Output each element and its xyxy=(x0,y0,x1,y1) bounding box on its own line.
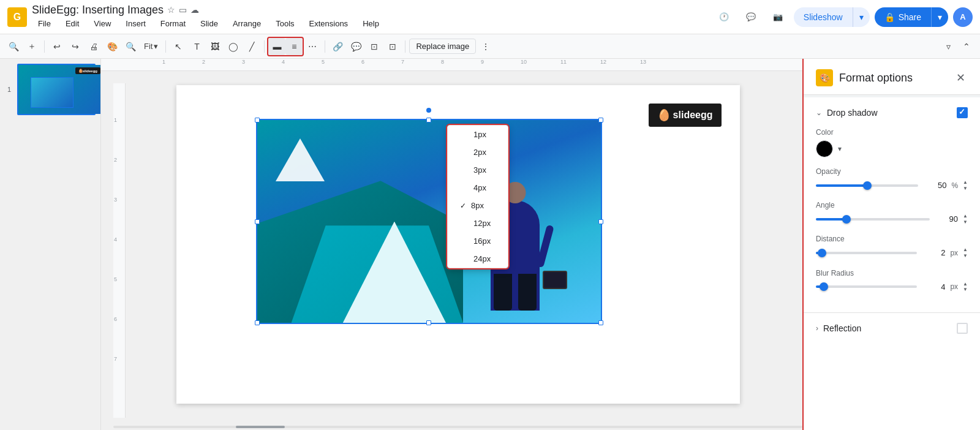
menu-insert[interactable]: Insert xyxy=(119,17,152,31)
step-up-icon[interactable]: ▲ xyxy=(963,179,968,186)
ruler-tick: 7 xyxy=(401,59,404,65)
step-up-icon[interactable]: ▲ xyxy=(963,213,968,219)
handle-br[interactable] xyxy=(598,320,603,325)
handle-bm[interactable] xyxy=(426,320,431,325)
comments-icon[interactable]: 💬 xyxy=(740,6,762,28)
handle-mr[interactable] xyxy=(598,219,603,224)
menu-tools[interactable]: Tools xyxy=(270,17,300,31)
chevron-down-icon[interactable]: ⌄ xyxy=(816,108,822,117)
undo-icon[interactable]: ↩ xyxy=(48,38,66,55)
horizontal-scrollbar[interactable] xyxy=(113,424,802,430)
handle-tm[interactable] xyxy=(426,118,431,123)
step-up-icon[interactable]: ▲ xyxy=(963,247,968,253)
handle-ml[interactable] xyxy=(255,219,260,224)
slide-thumbnail-1[interactable]: 1 🥚slideegg xyxy=(17,64,96,115)
menu-view[interactable]: View xyxy=(88,17,117,31)
distance-stepper[interactable]: ▲ ▼ xyxy=(963,247,968,258)
zoom-out-icon[interactable]: 🔍 xyxy=(122,38,139,55)
px-option-8px[interactable]: ✓ 8px xyxy=(448,197,508,214)
redo-icon[interactable]: ↪ xyxy=(67,38,84,55)
comment-icon[interactable]: 💬 xyxy=(347,38,364,55)
selected-image[interactable] xyxy=(256,119,602,324)
menu-arrange[interactable]: Arrange xyxy=(227,17,267,31)
color-swatch[interactable] xyxy=(816,140,833,157)
crop-icon[interactable]: ⊡ xyxy=(366,38,383,55)
slideshow-button[interactable]: Slideshow xyxy=(794,7,853,27)
border-weight-button[interactable]: ≡ xyxy=(285,38,303,55)
color-dropdown-arrow[interactable]: ▾ xyxy=(838,145,842,153)
step-down-icon[interactable]: ▼ xyxy=(963,287,968,293)
angle-stepper[interactable]: ▲ ▼ xyxy=(963,213,968,225)
shapes-icon[interactable]: ◯ xyxy=(225,38,242,55)
rotate-handle[interactable] xyxy=(426,108,431,113)
slideshow-dropdown-button[interactable]: ▾ xyxy=(853,7,870,27)
px-option-16px[interactable]: 16px xyxy=(448,232,508,250)
step-down-icon[interactable]: ▼ xyxy=(963,253,968,259)
handle-bl[interactable] xyxy=(255,320,260,325)
angle-value-input[interactable] xyxy=(935,214,958,224)
share-dropdown-button[interactable]: ▾ xyxy=(931,7,948,27)
opacity-stepper[interactable]: ▲ ▼ xyxy=(963,179,968,191)
chevron-right-icon[interactable]: › xyxy=(816,324,818,333)
blur-radius-value-input[interactable] xyxy=(922,282,945,292)
border-size-dropdown: 1px 2px 3px 4px ✓ 8px 12px xyxy=(447,125,508,268)
link-icon[interactable]: 🔗 xyxy=(329,38,346,55)
slides-panel: 1 🥚slideegg xyxy=(0,59,101,430)
folder-icon[interactable]: ▭ xyxy=(179,5,187,15)
handle-tr[interactable] xyxy=(598,118,603,123)
border-color-button[interactable]: ▬ xyxy=(268,38,285,55)
text-box-icon[interactable]: T xyxy=(188,38,205,55)
star-icon[interactable]: ☆ xyxy=(167,5,175,15)
px-option-2px[interactable]: 2px xyxy=(448,143,508,161)
step-up-icon[interactable]: ▲ xyxy=(963,281,968,287)
distance-label: Distance xyxy=(816,235,968,243)
image-icon[interactable]: 🖼 xyxy=(206,38,224,55)
px-option-4px[interactable]: 4px xyxy=(448,179,508,197)
close-icon[interactable]: ✕ xyxy=(954,69,968,87)
filter-icon[interactable]: ▿ xyxy=(940,38,957,55)
menu-file[interactable]: File xyxy=(32,17,57,31)
history-icon[interactable]: 🕐 xyxy=(713,6,735,28)
menu-edit[interactable]: Edit xyxy=(59,17,85,31)
video-icon[interactable]: 📷 xyxy=(767,6,789,28)
handle-tl[interactable] xyxy=(255,118,260,123)
scrollbar-thumb[interactable] xyxy=(236,426,285,428)
mask-icon[interactable]: ⊡ xyxy=(384,38,401,55)
print-icon[interactable]: 🖨 xyxy=(85,38,102,55)
paint-format-icon[interactable]: 🎨 xyxy=(104,38,121,55)
cursor-icon[interactable]: ↖ xyxy=(170,38,187,55)
reflection-checkbox[interactable] xyxy=(957,323,968,334)
zoom-dropdown[interactable]: Fit ▾ xyxy=(140,40,162,52)
blur-radius-stepper[interactable]: ▲ ▼ xyxy=(963,281,968,293)
blur-radius-slider[interactable] xyxy=(816,285,917,288)
step-down-icon[interactable]: ▼ xyxy=(963,186,968,192)
px-option-3px[interactable]: 3px xyxy=(448,161,508,179)
menu-format[interactable]: Format xyxy=(154,17,192,31)
border-dash-button[interactable]: ⋯ xyxy=(304,38,321,55)
distance-slider[interactable] xyxy=(816,252,917,254)
angle-slider[interactable] xyxy=(816,218,930,221)
opacity-slider[interactable] xyxy=(816,184,918,187)
opacity-unit: % xyxy=(951,181,958,190)
line-icon[interactable]: ╱ xyxy=(243,38,260,55)
avatar[interactable]: A xyxy=(953,7,973,27)
menu-slide[interactable]: Slide xyxy=(194,17,224,31)
zoom-in-icon[interactable]: ＋ xyxy=(23,38,40,55)
color-control: ▾ xyxy=(816,140,968,157)
px-option-1px[interactable]: 1px xyxy=(448,126,508,143)
more-options-icon[interactable]: ⋮ xyxy=(477,38,494,55)
px-option-24px[interactable]: 24px xyxy=(448,250,508,268)
app-icon: G xyxy=(7,7,27,27)
menu-help[interactable]: Help xyxy=(356,17,385,31)
distance-value-input[interactable] xyxy=(922,248,945,257)
cloud-icon[interactable]: ☁ xyxy=(190,5,199,15)
share-button[interactable]: 🔒 Share xyxy=(875,7,931,27)
replace-image-button[interactable]: Replace image xyxy=(409,39,476,54)
drop-shadow-checkbox[interactable] xyxy=(957,107,968,118)
search-icon[interactable]: 🔍 xyxy=(5,38,22,55)
step-down-icon[interactable]: ▼ xyxy=(963,219,968,225)
px-option-12px[interactable]: 12px xyxy=(448,214,508,232)
opacity-value-input[interactable] xyxy=(923,181,946,190)
menu-extensions[interactable]: Extensions xyxy=(303,17,355,31)
collapse-icon[interactable]: ⌃ xyxy=(958,38,975,55)
